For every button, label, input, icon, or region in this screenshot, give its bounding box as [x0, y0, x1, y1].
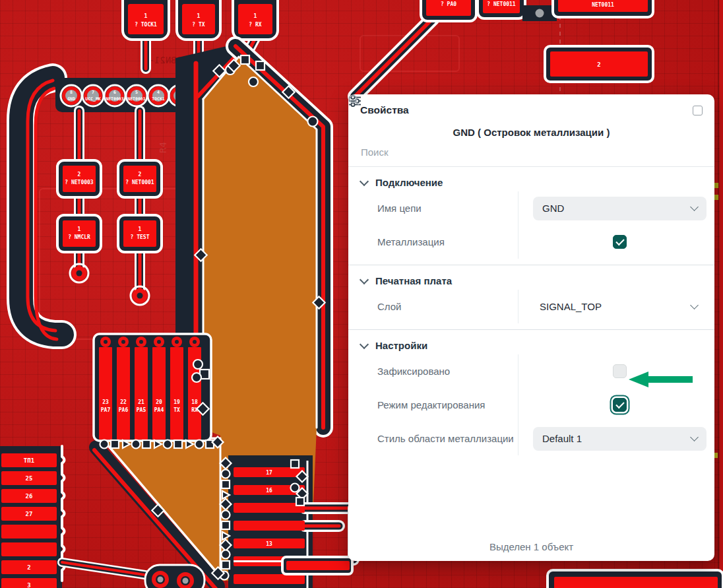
- property-label: Стиль области металлизации: [348, 422, 518, 455]
- pad-name: 2: [597, 61, 600, 68]
- selection-handle[interactable]: [195, 440, 204, 449]
- section-header[interactable]: Подключение: [348, 167, 714, 191]
- component-pad[interactable]: [282, 557, 352, 574]
- component-pad[interactable]: 2? NET0001: [118, 160, 162, 197]
- pad-bar[interactable]: 22PA6: [117, 337, 130, 440]
- selection-handle[interactable]: [192, 373, 201, 382]
- layer-select[interactable]: SIGNAL_TOP: [533, 295, 707, 319]
- component-pad[interactable]: ? NET0011: [478, 0, 525, 18]
- property-row: Режим редактирования: [348, 388, 714, 422]
- selection-handle[interactable]: [249, 77, 258, 86]
- pad-number: 23: [102, 399, 109, 405]
- pad-bar[interactable]: [234, 503, 305, 513]
- via-pad[interactable]: [70, 264, 88, 282]
- selection-handle[interactable]: [256, 61, 265, 70]
- selection-handle[interactable]: [132, 440, 141, 449]
- pad-bar[interactable]: [234, 521, 305, 531]
- pad-bar[interactable]: 3: [1, 578, 57, 588]
- pad-number: 1: [144, 13, 148, 19]
- pad-bar[interactable]: ТП1: [1, 453, 57, 467]
- pad-number: 20: [156, 399, 162, 405]
- selection-handle[interactable]: [142, 440, 150, 448]
- selection-handle[interactable]: [222, 550, 230, 559]
- section-connection: Подключение Имя цепи GND Металлизация: [348, 167, 714, 265]
- selection-handle[interactable]: [222, 470, 230, 478]
- property-label: Слой: [348, 290, 518, 323]
- property-row: Металлизация: [348, 225, 714, 259]
- pin-pad[interactable]: 5NET0001: [126, 85, 147, 106]
- component-pad[interactable]: 1? TEST: [118, 215, 162, 252]
- pad-bar[interactable]: 17: [234, 467, 305, 477]
- board-edge-strip: [720, 0, 723, 588]
- via-pad[interactable]: [131, 286, 149, 305]
- app-window: CHU5B3-9BN21-1 R4 8GND 7UCC_MK 6: [0, 0, 723, 588]
- via-pad[interactable]: [154, 573, 167, 586]
- selection-handle[interactable]: [308, 117, 318, 127]
- selection-handle[interactable]: [100, 440, 109, 449]
- via-pad[interactable]: [179, 574, 192, 587]
- selection-handle[interactable]: [222, 561, 230, 569]
- column-pads[interactable]: 23PA7 22PA6 21PA5 20PA4 19TX 18RX: [94, 334, 211, 441]
- net-name-value: GND: [542, 203, 564, 214]
- fixed-checkbox[interactable]: [613, 364, 627, 378]
- selection-handle[interactable]: [174, 440, 182, 448]
- mid-pads[interactable]: 2? NET0003 2? NET0001 1? NMCLR 1? TEST: [57, 160, 162, 305]
- pin-pad[interactable]: 8GND: [61, 85, 82, 106]
- pad-bar[interactable]: 27: [1, 507, 57, 521]
- edit-mode-checkbox[interactable]: [613, 398, 627, 412]
- pour-style-select[interactable]: Default 1: [533, 427, 707, 451]
- pad-bar[interactable]: 25: [1, 471, 57, 485]
- component-pad[interactable]: 1? TOCK1: [123, 0, 169, 40]
- component-pad[interactable]: 1? TX: [177, 0, 220, 40]
- chevron-down-icon: [690, 301, 699, 310]
- trace-bundle-left[interactable]: [21, 78, 62, 339]
- search-input[interactable]: Поиск: [348, 138, 714, 167]
- via-pad[interactable]: [536, 9, 544, 18]
- component-pad[interactable]: [548, 570, 723, 588]
- selection-handle[interactable]: [164, 440, 172, 449]
- section-header[interactable]: Настройки: [348, 330, 714, 354]
- component-pad[interactable]: 2? NET0003: [57, 160, 101, 197]
- detach-window-icon[interactable]: [693, 106, 703, 115]
- pin-pad[interactable]: 4TOCK1: [148, 85, 169, 106]
- pad-bar[interactable]: 21PA5: [135, 337, 148, 440]
- bottom-bar-block[interactable]: 17 16 13: [228, 455, 354, 588]
- property-row: Стиль области металлизации Default 1: [348, 422, 714, 455]
- pin-pad[interactable]: 6NET0003: [104, 85, 125, 106]
- selection-handle[interactable]: [241, 55, 249, 64]
- pad-bar[interactable]: 26: [1, 489, 57, 503]
- component-pad[interactable]: 1? RX: [233, 0, 278, 40]
- selection-handle[interactable]: [291, 484, 299, 492]
- property-label: Зафиксировано: [348, 354, 518, 388]
- net-name-select[interactable]: GND: [533, 197, 707, 220]
- pad-bar[interactable]: 20PA4: [152, 337, 166, 440]
- pad-bar[interactable]: [1, 525, 57, 539]
- selection-handle[interactable]: [222, 511, 230, 519]
- selection-handle[interactable]: [222, 480, 230, 488]
- pad-bar[interactable]: [234, 574, 305, 584]
- pad-bar[interactable]: 18RX: [188, 337, 201, 440]
- pin-pad[interactable]: 7UCC_MK: [82, 85, 104, 106]
- component-pad[interactable]: 1? NMCLR: [57, 215, 101, 252]
- pad-bar[interactable]: 23PA7: [99, 337, 112, 440]
- component-pad[interactable]: 2: [545, 46, 653, 82]
- bottom-vias[interactable]: [62, 562, 204, 588]
- selection-handle[interactable]: [111, 440, 119, 448]
- metallization-checkbox[interactable]: [613, 235, 627, 249]
- selection-handle[interactable]: [193, 360, 203, 369]
- section-header[interactable]: Печатная плата: [348, 265, 714, 290]
- selection-handle[interactable]: [291, 460, 299, 468]
- component-pad[interactable]: NET0011: [553, 0, 653, 17]
- left-bar-block[interactable]: ТП1 25 26 27 2 3: [0, 446, 65, 588]
- selection-handle[interactable]: [296, 498, 304, 506]
- selection-handle[interactable]: [222, 521, 230, 529]
- pad-bar[interactable]: 13: [234, 539, 305, 548]
- property-label: Режим редактирования: [348, 388, 518, 422]
- pad-bar[interactable]: 19TX: [170, 337, 183, 440]
- component-pad[interactable]: ? PA0: [421, 0, 476, 21]
- pad-bar[interactable]: [1, 542, 57, 556]
- properties-panel: Свойства GND ( Островок металлизации ) П…: [348, 94, 714, 561]
- section-board: Печатная плата Слой SIGNAL_TOP: [348, 265, 714, 330]
- pad-bar[interactable]: 2: [1, 560, 57, 574]
- pad-name: TX: [173, 407, 180, 413]
